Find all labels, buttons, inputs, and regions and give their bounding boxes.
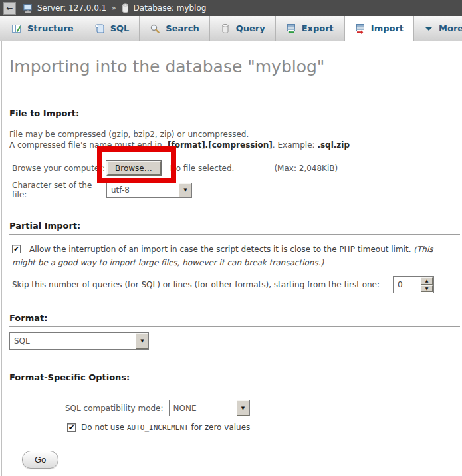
auto-increment-checkbox[interactable]: ✔: [67, 423, 76, 432]
tab-bar: Structure SQL Search Query: [0, 16, 462, 41]
sql-compatibility-row: SQL compatibility mode: NONE ▼: [65, 400, 460, 416]
tab-label: SQL: [110, 23, 130, 33]
go-button[interactable]: Go: [22, 451, 58, 469]
spinner-down-button[interactable]: ▼: [421, 285, 433, 293]
breadcrumb-server-link[interactable]: Server: 127.0.0.1: [37, 3, 106, 13]
skip-queries-label: Skip this number of queries (for SQL) or…: [12, 280, 380, 289]
browse-row: Browse your computer: Browse… No file se…: [9, 161, 460, 176]
sql-compatibility-select[interactable]: NONE ▼: [169, 400, 250, 416]
breadcrumb-bar: ← Server: 127.0.0.1 » Database: myblog: [0, 0, 462, 16]
section-header-file-to-import: File to Import:: [9, 108, 460, 122]
page-title: Importing into the database "myblog": [9, 57, 460, 78]
dropdown-arrow-icon[interactable]: ▼: [136, 333, 148, 349]
tab-more[interactable]: More: [414, 16, 462, 41]
search-icon: [150, 23, 160, 34]
breadcrumb-database-link[interactable]: Database: myblog: [134, 3, 207, 13]
tab-sql[interactable]: SQL: [84, 16, 140, 41]
charset-select[interactable]: utf-8 ▼: [106, 183, 192, 198]
server-icon: [23, 3, 33, 13]
tab-search[interactable]: Search: [140, 16, 209, 41]
format-selected-value: SQL: [10, 333, 136, 349]
tab-label: Query: [236, 23, 265, 33]
skip-queries-spinner[interactable]: 0 ▲ ▼: [393, 276, 434, 293]
auto-increment-row: ✔ Do not use AUTO_INCREMENT for zero val…: [64, 423, 460, 432]
back-arrow-icon: ←: [6, 3, 13, 13]
sql-compatibility-label: SQL compatibility mode:: [65, 404, 164, 413]
query-icon: [220, 23, 231, 34]
auto-increment-code: AUTO_INCREMENT: [127, 423, 189, 432]
breadcrumb-separator: »: [110, 3, 116, 13]
allow-interruption-checkbox[interactable]: ✔: [12, 245, 21, 253]
main-content: Importing into the database "myblog" Fil…: [0, 57, 462, 469]
section-header-format-specific-options: Format-Specific Options:: [9, 372, 460, 386]
section-header-format: Format:: [9, 313, 460, 327]
tab-label: More: [439, 23, 462, 33]
tab-structure[interactable]: Structure: [1, 16, 84, 41]
import-icon: [355, 23, 366, 34]
structure-icon: [11, 23, 22, 34]
tab-export[interactable]: Export: [276, 16, 344, 41]
spinner-up-icon: ▲: [425, 279, 429, 283]
skip-queries-value[interactable]: 0: [394, 277, 420, 293]
checkmark-icon: ✔: [13, 245, 19, 253]
tab-query[interactable]: Query: [210, 16, 276, 41]
chevron-down-icon: [424, 26, 433, 31]
skip-queries-row: Skip this number of queries (for SQL) or…: [9, 276, 460, 293]
charset-label: Character set of the file:: [12, 181, 106, 199]
browse-button[interactable]: Browse…: [106, 161, 161, 176]
sql-compatibility-selected-value: NONE: [170, 400, 237, 416]
tab-label: Structure: [27, 23, 74, 33]
export-icon: [286, 23, 296, 34]
allow-interruption-option: ✔Allow the interruption of an import in …: [9, 243, 456, 269]
file-naming-pattern: .[format].[compression]: [164, 140, 272, 150]
section-header-partial-import: Partial Import:: [9, 221, 460, 235]
file-naming-example: .sql.zip: [317, 140, 350, 150]
spinner-up-button[interactable]: ▲: [421, 277, 433, 285]
tab-import[interactable]: Import: [344, 16, 414, 41]
max-upload-size: (Max: 2,048KiB): [274, 164, 338, 173]
file-naming-hint: A compressed file's name must end in .[f…: [9, 140, 460, 150]
browse-label: Browse your computer:: [12, 164, 106, 173]
content-left-border: [1, 41, 2, 476]
tab-label: Import: [371, 23, 404, 33]
dropdown-arrow-icon[interactable]: ▼: [179, 183, 191, 197]
auto-increment-label: Do not use AUTO_INCREMENT for zero value…: [81, 423, 250, 432]
format-row: SQL ▼: [9, 332, 460, 350]
file-compress-hint: File may be compressed (gzip, bzip2, zip…: [9, 129, 460, 140]
no-file-selected-text: No file selected.: [170, 164, 235, 173]
charset-selected-value: utf-8: [107, 183, 179, 197]
checkmark-icon: ✔: [68, 424, 74, 431]
dropdown-arrow-icon[interactable]: ▼: [237, 400, 249, 416]
format-select[interactable]: SQL ▼: [9, 332, 149, 350]
database-icon: [121, 3, 130, 13]
spinner-down-icon: ▼: [425, 287, 429, 291]
tab-label: Search: [166, 23, 199, 33]
back-button[interactable]: ←: [3, 2, 16, 15]
sql-icon: [94, 23, 105, 34]
charset-row: Character set of the file: utf-8 ▼: [9, 181, 460, 199]
tab-label: Export: [302, 23, 334, 33]
